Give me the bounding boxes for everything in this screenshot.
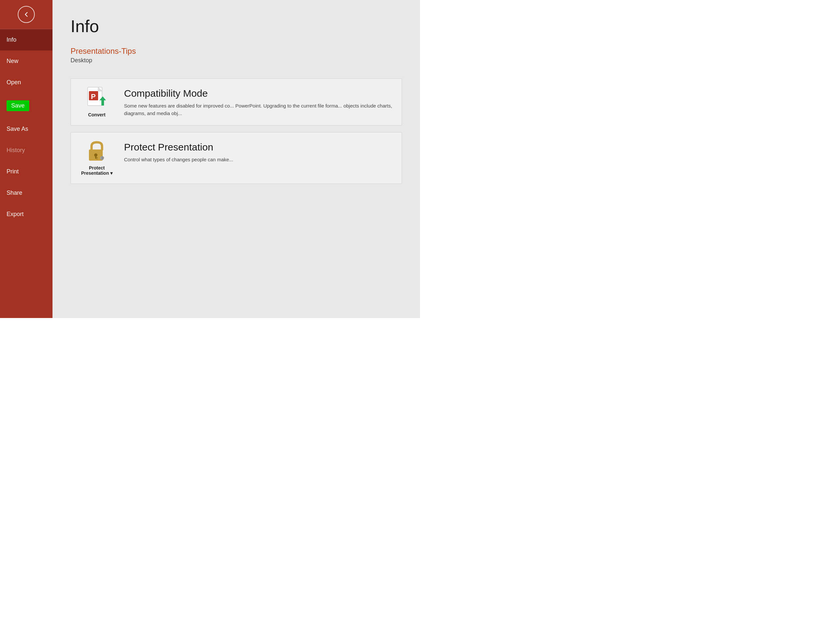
convert-label: Convert <box>88 112 106 117</box>
protect-label-line2: Presentation ▾ <box>81 170 112 176</box>
sidebar-item-info[interactable]: Info <box>0 29 52 50</box>
convert-card-desc: Some new features are disabled for impro… <box>124 102 394 117</box>
svg-text:P: P <box>91 93 96 101</box>
svg-rect-7 <box>95 156 96 159</box>
sidebar-item-save-as[interactable]: Save As <box>0 118 52 140</box>
file-name: Presentations-Tips <box>71 47 402 56</box>
sidebar-item-history[interactable]: History <box>0 140 52 161</box>
sidebar-item-new[interactable]: New <box>0 50 52 72</box>
sidebar-item-share[interactable]: Share <box>0 182 52 203</box>
convert-icon: P <box>86 87 107 110</box>
protect-text: Protect Presentation Control what types … <box>124 140 394 164</box>
sidebar-item-save[interactable]: Save <box>0 93 52 118</box>
main-content: Info Presentations-Tips Desktop P Conver… <box>52 0 420 318</box>
svg-rect-9 <box>96 159 98 159</box>
convert-card[interactable]: P Convert Compatibility Mode Some new fe… <box>71 78 402 126</box>
sidebar: Info New Open Save Save As History Print… <box>0 0 52 318</box>
back-button[interactable] <box>0 0 52 29</box>
sidebar-item-print[interactable]: Print <box>0 161 52 182</box>
protect-icon <box>87 140 107 163</box>
page-title: Info <box>71 16 402 36</box>
convert-card-title: Compatibility Mode <box>124 88 394 99</box>
svg-rect-8 <box>96 157 98 158</box>
save-label: Save <box>6 100 29 111</box>
protect-label: Protect Presentation ▾ <box>81 165 112 176</box>
file-location: Desktop <box>71 57 402 64</box>
nav-menu: Info New Open Save Save As History Print… <box>0 29 52 318</box>
back-circle-button[interactable] <box>18 6 35 23</box>
protect-card[interactable]: Protect Presentation ▾ Protect Presentat… <box>71 132 402 184</box>
convert-icon-area: P Convert <box>79 87 115 117</box>
protect-label-line1: Protect <box>89 165 105 170</box>
back-arrow-icon <box>22 11 30 18</box>
protect-card-title: Protect Presentation <box>124 142 394 153</box>
convert-text: Compatibility Mode Some new features are… <box>124 87 394 117</box>
sidebar-item-open[interactable]: Open <box>0 72 52 93</box>
protect-card-desc: Control what types of changes people can… <box>124 156 394 164</box>
protect-icon-area: Protect Presentation ▾ <box>79 140 115 176</box>
sidebar-item-export[interactable]: Export <box>0 203 52 225</box>
